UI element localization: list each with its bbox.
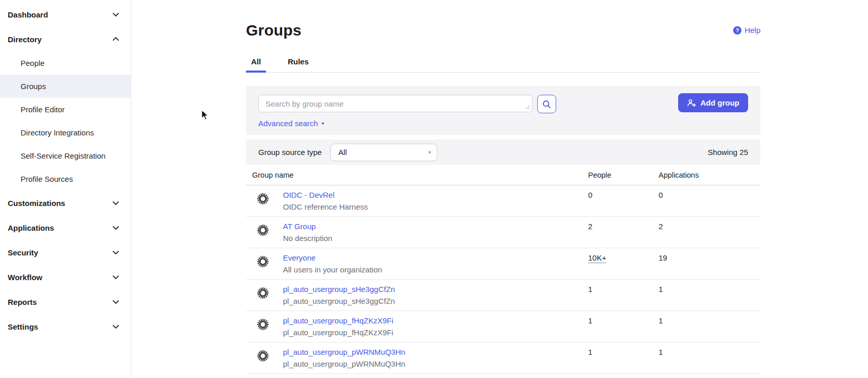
sidebar-item-label: Applications [8,224,54,232]
chevron-down-icon [112,323,119,330]
people-count: 2 [588,217,659,232]
column-header-people: People [588,171,659,179]
sidebar-item-profile-sources[interactable]: Profile Sources [0,167,131,191]
column-header-group-name: Group name [246,171,588,179]
group-name-link[interactable]: pl_auto_usergroup_sHe3ggCfZn [283,284,395,295]
chevron-down-icon [112,224,119,231]
chevron-down-icon [112,11,119,18]
sidebar-item-people[interactable]: People [0,51,131,75]
caret-down-icon: ▾ [322,121,324,126]
applications-count: 2 [659,217,760,232]
search-panel: Advanced search ▾ Add group [246,86,760,135]
applications-count: 1 [659,280,760,295]
sidebar-item-label: Directory [8,35,42,44]
question-mark-icon: ? [733,26,741,35]
tab-bar: All Rules [246,57,760,73]
applications-count: 19 [659,248,760,263]
group-gear-icon [256,317,270,332]
group-source-type-label: Group source type [258,148,322,157]
sidebar-item-self-service-registration[interactable]: Self-Service Registration [0,144,131,167]
help-link[interactable]: ? Help [733,26,760,35]
magnifier-icon [542,100,551,109]
applications-count: 0 [659,185,760,200]
table-row: AT Group No description 2 2 [246,217,760,248]
sidebar-item-customizations[interactable]: Customizations [0,191,131,215]
people-count: 1 [588,342,659,357]
sidebar-item-label: People [21,59,45,67]
sidebar-item-directory-integrations[interactable]: Directory Integrations [0,121,131,144]
tab-all[interactable]: All [246,57,266,72]
group-description: No description [283,233,332,244]
sidebar-item-label: Customizations [8,199,65,208]
page-title: Groups [246,22,760,39]
group-description: pl_auto_usergroup_pWRNMuQ3Hn [283,359,405,369]
sidebar-item-dashboard[interactable]: Dashboard [0,2,131,27]
people-count: 1 [588,280,659,295]
chevron-down-icon [112,298,119,305]
group-description: OIDC reference Harness [283,202,368,212]
chevron-down-icon [112,273,119,281]
search-button[interactable] [537,95,556,113]
sidebar-item-profile-editor[interactable]: Profile Editor [0,98,131,121]
sidebar-item-label: Workflow [8,273,42,282]
applications-count: 1 [659,342,760,357]
people-count: 1 [588,311,659,326]
sidebar-item-label: Profile Editor [21,105,65,114]
caret-down-icon: ▾ [428,149,431,155]
add-group-label: Add group [700,98,739,107]
applications-count: 1 [659,311,760,326]
table-row: pl_auto_usergroup_pWRNMuQ3Hn pl_auto_use… [246,342,760,374]
table-row: pl_auto_usergroup_fHqZKzX9Fi pl_auto_use… [246,311,760,342]
showing-count: Showing 25 [708,148,748,157]
group-gear-icon [256,349,270,363]
filter-band: Group source type All ▾ Showing 25 [246,140,760,165]
sidebar-item-label: Profile Sources [21,175,73,183]
main-content: Groups ? Help All Rules [131,0,868,378]
group-gear-icon [256,254,270,269]
people-count: 10K+ [588,248,659,263]
group-name-link[interactable]: pl_auto_usergroup_fHqZKzX9Fi [283,316,393,326]
group-description: pl_auto_usergroup_fHqZKzX9Fi [283,328,393,338]
column-header-applications: Applications [659,171,760,179]
people-count: 0 [588,185,659,200]
sidebar-item-workflow[interactable]: Workflow [0,265,131,289]
sidebar-item-security[interactable]: Security [0,240,131,265]
sidebar-item-directory[interactable]: Directory [0,27,131,51]
sidebar-item-applications[interactable]: Applications [0,215,131,240]
advanced-search-label: Advanced search [258,119,318,128]
group-description: pl_auto_usergroup_sHe3ggCfZn [283,296,395,306]
group-name-link[interactable]: AT Group [283,221,332,232]
sidebar-item-label: Groups [21,82,46,91]
sidebar-item-label: Settings [8,322,38,331]
group-gear-icon [256,223,270,237]
table-row: OIDC - DevRel OIDC reference Harness 0 0 [246,185,760,217]
group-name-link[interactable]: OIDC - DevRel [283,190,368,200]
group-name-link[interactable]: Everyone [283,253,382,263]
person-add-icon [687,99,696,107]
resize-handle[interactable] [525,105,530,110]
group-source-type-select[interactable]: All ▾ [330,144,437,161]
sidebar-item-reports[interactable]: Reports [0,289,131,314]
group-name-link[interactable]: pl_auto_usergroup_pWRNMuQ3Hn [283,347,405,357]
group-gear-icon [256,192,270,206]
sidebar-item-settings[interactable]: Settings [0,314,131,339]
help-label: Help [745,26,760,35]
sidebar-item-label: Security [8,248,38,257]
sidebar-item-label: Directory Integrations [21,128,94,137]
advanced-search-link[interactable]: Advanced search ▾ [258,119,324,128]
chevron-up-icon [112,36,119,43]
sidebar-item-label: Self-Service Registration [21,151,105,160]
sidebar-item-label: Dashboard [8,10,48,19]
table-row: Everyone All users in your organization … [246,248,760,280]
sidebar-item-groups[interactable]: Groups [0,75,131,98]
table-header: Group name People Applications [246,165,760,185]
group-gear-icon [256,286,270,300]
chevron-down-icon [112,199,119,207]
tab-rules[interactable]: Rules [282,57,314,72]
selected-option: All [338,148,347,157]
add-group-button[interactable]: Add group [678,93,748,112]
search-input[interactable] [258,95,533,112]
group-description: All users in your organization [283,265,382,275]
people-count-tooltip[interactable]: 10K+ [588,253,606,263]
chevron-down-icon [112,249,119,256]
